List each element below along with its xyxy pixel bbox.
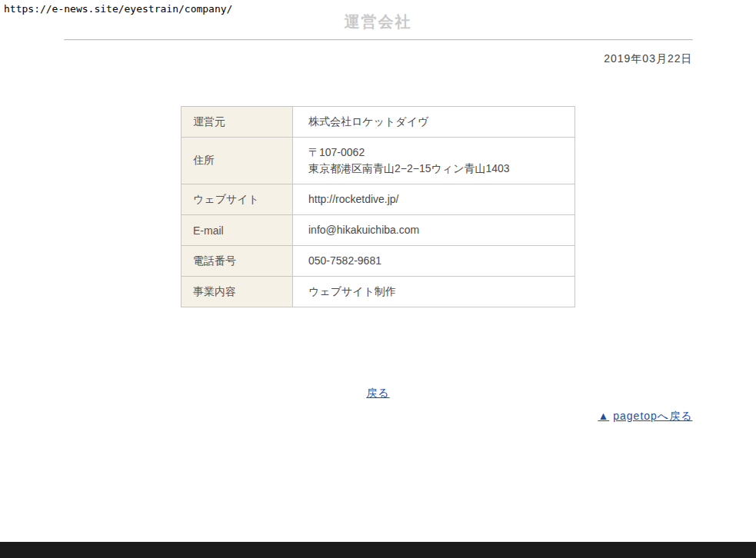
row-value-operator: 株式会社ロケットダイヴ: [293, 107, 575, 138]
table-row: ウェブサイト http://rocketdive.jp/: [182, 184, 575, 215]
title-divider: [64, 39, 693, 41]
row-label-phone: 電話番号: [182, 246, 293, 277]
street-address: 東京都港区南青山2−2−15ウィン青山1403: [308, 161, 565, 177]
company-info-table: 運営元 株式会社ロケットダイヴ 住所 〒107-0062 東京都港区南青山2−2…: [181, 106, 575, 307]
back-link-row: 戻る: [64, 387, 693, 400]
row-label-operator: 運営元: [182, 107, 293, 138]
table-row: E-mail info@hikakuichiba.com: [182, 215, 575, 246]
table-row: 事業内容 ウェブサイト制作: [182, 277, 575, 307]
row-value-website: http://rocketdive.jp/: [293, 184, 575, 215]
table-row: 運営元 株式会社ロケットダイヴ: [182, 107, 575, 138]
row-label-website: ウェブサイト: [182, 184, 293, 215]
row-value-address: 〒107-0062 東京都港区南青山2−2−15ウィン青山1403: [293, 138, 575, 184]
pagetop-link-row: ▲pagetopへ戻る: [64, 410, 693, 423]
pagetop-link-label: pagetopへ戻る: [613, 410, 692, 422]
row-value-phone: 050-7582-9681: [293, 246, 575, 277]
page-url: https://e-news.site/eyestrain/company/: [4, 3, 232, 15]
row-label-address: 住所: [182, 138, 293, 184]
row-label-business: 事業内容: [182, 277, 293, 307]
row-value-business: ウェブサイト制作: [293, 277, 575, 307]
publish-date: 2019年03月22日: [64, 52, 693, 66]
content-column: 運営会社 2019年03月22日 運営元 株式会社ロケットダイヴ 住所 〒107…: [64, 12, 693, 423]
page-title: 運営会社: [64, 12, 693, 32]
row-value-email: info@hikakuichiba.com: [293, 215, 575, 246]
postal-code: 〒107-0062: [308, 144, 565, 161]
row-label-email: E-mail: [182, 215, 293, 246]
table-row: 住所 〒107-0062 東京都港区南青山2−2−15ウィン青山1403: [182, 138, 575, 184]
table-row: 電話番号 050-7582-9681: [182, 246, 575, 277]
footer-bar: [0, 542, 756, 558]
pagetop-link[interactable]: ▲pagetopへ戻る: [598, 410, 692, 422]
back-link[interactable]: 戻る: [366, 387, 389, 399]
triangle-up-icon: ▲: [598, 410, 609, 422]
